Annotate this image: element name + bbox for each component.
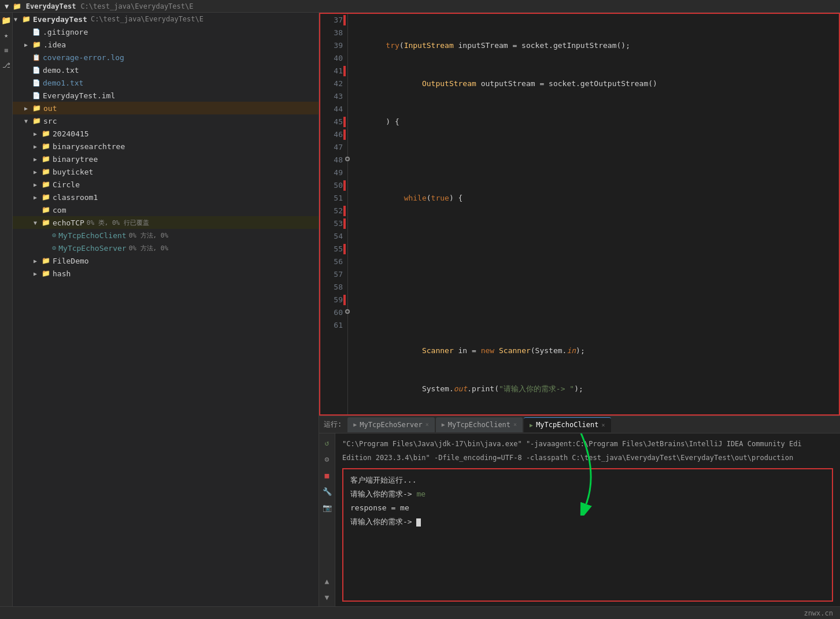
idea-arrow: ▶ [24,42,32,48]
buyticket-item[interactable]: ▶ 📁 buyticket [13,165,319,178]
server-tab-label: MyTcpEchoServer [360,421,422,429]
coverage-log-icon: 📋 [32,54,40,61]
idea-item[interactable]: ▶ 📁 .idea [13,38,319,51]
stop-icon[interactable]: ■ [321,469,333,481]
console-line-4: 请输入你的需求-> [350,516,825,528]
echotcp-coverage: 0% 类, 0% 行已覆盖 [87,218,149,227]
demo-txt-label: demo.txt [43,66,79,75]
com-item[interactable]: 📁 com [13,203,319,216]
src-arrow: ▼ [24,118,32,124]
project-icon[interactable]: 📁 [1,15,12,25]
scroll-down-icon[interactable]: ▼ [321,591,333,603]
mytcpechoserver-label: MyTcpEchoServer [58,244,126,253]
20240415-folder-icon: 📁 [42,129,50,138]
code-line-44 [368,306,830,319]
root-path: C:\test_java\EverydayTest\E [91,15,203,23]
echotcp-label: echoTCP [53,218,84,227]
circle-label: Circle [53,180,80,189]
line-num-43: 43 [327,90,343,103]
console-input-me: me [416,490,425,498]
20240415-label: 20240415 [53,129,89,138]
line-num-47: 47 [327,141,343,154]
circle-arrow: ▶ [34,181,42,188]
run-command-2: Edition 2023.3.4\bin" -Dfile_encoding=UT… [342,452,833,464]
git-icon[interactable]: ⎇ [1,60,12,71]
out-label: out [43,104,57,113]
demo1-txt-label: demo1.txt [43,79,83,87]
line-num-48: 48 [327,154,343,166]
coverage-log-item[interactable]: 📋 coverage-error.log [13,51,319,64]
filedemo-item[interactable]: ▶ 📁 FileDemo [13,254,319,267]
line-num-59: 59 [327,294,343,306]
client2-tab-icon: ▶ [530,422,533,428]
run-panel: 运行: ▶ MyTcpEchoServer × ▶ MyTcpEchoClien… [319,416,840,606]
code-line-46: System.out.print("请输入你的需求-> "); [368,383,830,395]
line-num-53: 53 [327,217,343,230]
echotcp-folder-icon: 📁 [42,218,50,227]
client1-tab-icon: ▶ [442,421,445,428]
20240415-item[interactable]: ▶ 📁 20240415 [13,127,319,140]
camera-icon[interactable]: 📷 [321,502,333,513]
buyticket-folder-icon: 📁 [42,168,50,176]
hash-arrow: ▶ [34,270,42,277]
classroom1-item[interactable]: ▶ 📁 classroom1 [13,191,319,203]
src-item[interactable]: ▼ 📁 src [13,114,319,127]
iml-item[interactable]: 📄 EverydayTest.iml [13,89,319,102]
binarysearchtree-label: binarysearchtree [53,142,125,151]
echotcp-arrow: ▼ [34,220,42,226]
server-tab-close[interactable]: × [425,421,429,428]
code-area: 37 38 39 40 41 42 43 44 [319,13,840,606]
classroom1-folder-icon: 📁 [42,193,50,201]
coverage-log-label: coverage-error.log [43,53,124,62]
mytcpechoclient-item[interactable]: ⊙ MyTcpEchoClient 0% 方法, 0% [13,229,319,242]
root-arrow: ▼ [14,16,22,23]
settings-run-icon[interactable]: ⚙ [321,453,333,465]
code-lines[interactable]: try(InputStream inputSTream = socket.get… [358,14,839,414]
client1-tab-label: MyTcpEchoClient [448,421,510,429]
binarytree-item[interactable]: ▶ 📁 binarytree [13,153,319,165]
client2-tab-close[interactable]: × [602,422,605,428]
file-tree: ▼ 📁 EverydayTest C:\test_java\EverydayTe… [13,13,319,606]
tab-client1[interactable]: ▶ MyTcpEchoClient × [436,417,523,432]
mytcpechoserver-item[interactable]: ⊙ MyTcpEchoServer 0% 方法, 0% [13,242,319,254]
project-label: ▼ 📁 EverydayTest [5,2,76,10]
console-box[interactable]: 客户端开始运行... 请输入你的需求-> me response = me 请输… [342,468,833,602]
scroll-up-icon[interactable]: ▲ [321,575,333,587]
code-line-38: OutputStream outputStream = socket.getOu… [368,77,830,90]
mytcpechoserver-coverage: 0% 方法, 0% [129,244,168,253]
code-line-42 [368,230,830,243]
out-item[interactable]: ▶ 📁 out [13,102,319,114]
line-num-42: 42 [327,77,343,90]
watermark: znwx.cn [804,609,833,617]
echotcp-item[interactable]: ▼ 📁 echoTCP 0% 类, 0% 行已覆盖 [13,216,319,229]
tree-root[interactable]: ▼ 📁 EverydayTest C:\test_java\EverydayTe… [13,13,319,25]
demo1-txt-item[interactable]: 📄 demo1.txt [13,76,319,89]
filedemo-folder-icon: 📁 [42,257,50,265]
filedemo-label: FileDemo [53,257,89,265]
line-num-41: 41 [327,65,343,77]
binarysearchtree-item[interactable]: ▶ 📁 binarysearchtree [13,140,319,153]
bookmark-icon[interactable]: ★ [1,30,12,40]
line-num-56: 56 [327,255,343,268]
rerun-icon[interactable]: ↺ [321,437,333,449]
gitignore-icon: 📄 [32,28,40,36]
line-num-45: 45 [327,116,343,128]
com-label: com [53,206,66,214]
client1-tab-close[interactable]: × [513,421,517,428]
project-path: C:\test_java\EverydayTest\E [80,2,193,10]
circle-item[interactable]: ▶ 📁 Circle [13,178,319,191]
tab-client2[interactable]: ▶ MyTcpEchoClient × [524,417,610,432]
mytcpechoclient-icon: ⊙ [52,231,56,239]
line-num-40: 40 [327,52,343,65]
debug-icon[interactable]: 🔧 [321,485,333,497]
bottom-bar: znwx.cn [0,606,840,619]
demo-txt-item[interactable]: 📄 demo.txt [13,64,319,76]
run-sidebar: ↺ ⚙ ■ 🔧 📷 ▲ ▼ [319,433,335,606]
code-line-43 [368,268,830,281]
tab-server[interactable]: ▶ MyTcpEchoServer × [347,417,434,432]
hash-item[interactable]: ▶ 📁 hash [13,267,319,280]
src-folder-icon: 📁 [32,117,41,125]
structure-icon[interactable]: ≡ [1,45,12,55]
run-output: "C:\Program Files\Java\jdk-17\bin\java.e… [335,433,840,606]
gitignore-item[interactable]: 📄 .gitignore [13,25,319,38]
